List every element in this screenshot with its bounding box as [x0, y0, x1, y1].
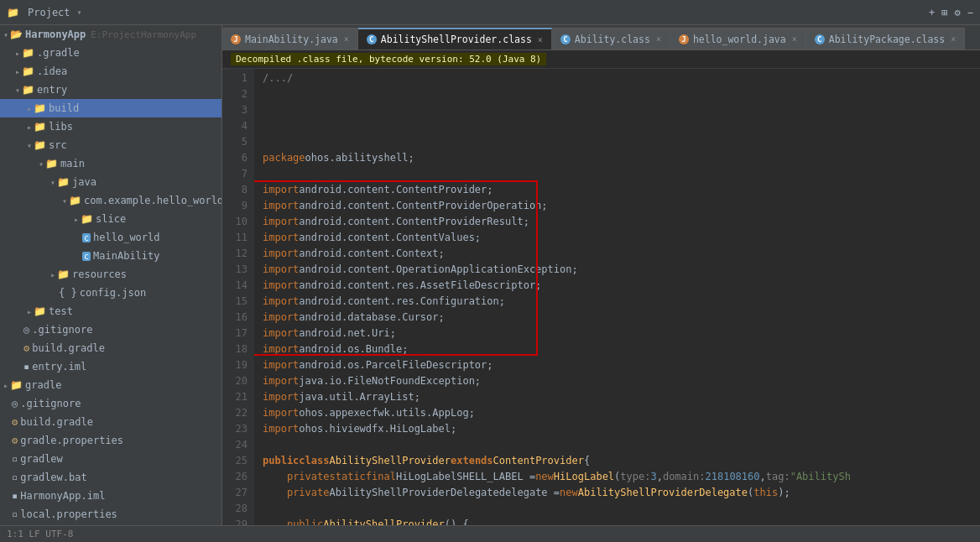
- file-icon: ▫: [12, 472, 18, 483]
- code-line-4: [263, 118, 980, 134]
- arrow-icon: ▾: [39, 159, 44, 169]
- sidebar-label: test: [49, 305, 73, 317]
- tab-close-hello-world-java[interactable]: ×: [792, 34, 797, 44]
- sidebar-item--gradle[interactable]: ▸📁.gradle: [0, 44, 222, 62]
- arrow-harmonyapp: ▾: [3, 30, 8, 39]
- line-number-22: 22: [222, 405, 248, 421]
- tab-close-ability-class[interactable]: ×: [656, 34, 661, 44]
- sidebar-label: gradlew: [20, 453, 63, 465]
- json-icon: { }: [59, 287, 77, 299]
- add-icon[interactable]: +: [929, 7, 935, 18]
- tab-ability-class[interactable]: CAbility.class×: [552, 28, 670, 50]
- sidebar-label: com.example.hello_world: [84, 195, 222, 206]
- code-line-16: import android.database.Cursor;: [263, 310, 980, 326]
- harmonyapp-label: HarmonyApp: [25, 29, 86, 40]
- sidebar-item-main[interactable]: ▾📁main: [0, 154, 222, 173]
- arrow-icon: ▾: [27, 141, 32, 150]
- sidebar-item-build-gradle[interactable]: ⚙build.gradle: [0, 339, 222, 357]
- tab-hello-world-java[interactable]: Jhello_world.java×: [670, 28, 806, 50]
- code-line-17: import android.net.Uri;: [263, 326, 980, 341]
- tab-bar: JMainAbility.java×CAbilityShellProvider.…: [222, 25, 980, 50]
- tab-icon-mainability-java: J: [231, 34, 241, 44]
- dropdown-icon[interactable]: ▾: [77, 8, 82, 17]
- tab-abilitypackage-class[interactable]: CAbilityPackage.class×: [806, 28, 966, 50]
- sidebar-item-local-properties[interactable]: ▫local.properties: [0, 505, 222, 524]
- arrow-icon: ▸: [27, 307, 32, 316]
- sidebar-item-java[interactable]: ▾📁java: [0, 173, 222, 191]
- sidebar-label: entry.iml: [32, 361, 86, 373]
- status-bar: 1:1 LF UTF-8: [0, 525, 980, 542]
- file-icon: ▫: [12, 508, 18, 520]
- project-icon: 📁: [7, 7, 19, 18]
- sidebar-item-build-gradle[interactable]: ⚙build.gradle: [0, 413, 222, 431]
- folder-icon-harmonyapp: 📂: [10, 29, 23, 40]
- sidebar-label: src: [49, 139, 67, 151]
- sidebar-item-HarmonyApp-iml[interactable]: ▪HarmonyApp.iml: [0, 487, 222, 505]
- tab-close-abilitypackage-class[interactable]: ×: [951, 34, 956, 44]
- arrow-icon: ▸: [50, 270, 55, 279]
- sidebar-item-entry-iml[interactable]: ▪entry.iml: [0, 357, 222, 376]
- tab-label-abilityshellprovider-class: AbilityShellProvider.class: [381, 34, 532, 45]
- sidebar-item-test[interactable]: ▸📁test: [0, 302, 222, 321]
- sidebar-item-MainAbility[interactable]: cMainAbility: [0, 247, 222, 265]
- line-number-1: 1: [222, 70, 248, 86]
- sidebar-label: gradlew.bat: [20, 472, 86, 483]
- line-number-15: 15: [222, 294, 248, 310]
- sidebar-item-config-json[interactable]: { }config.json: [0, 284, 222, 302]
- code-line-6: package ohos.abilityshell;: [263, 150, 980, 166]
- project-label[interactable]: Project: [28, 7, 70, 18]
- tab-label-ability-class: Ability.class: [575, 34, 650, 45]
- folder-icon: 📁: [22, 84, 34, 96]
- sidebar-item-hello-world[interactable]: chello_world: [0, 228, 222, 247]
- folder-icon: 📁: [22, 47, 34, 59]
- gradle-icon: ⚙: [12, 435, 18, 446]
- sidebar-item--idea[interactable]: ▸📁.idea: [0, 62, 222, 81]
- code-line-25: public class AbilityShellProvider extend…: [263, 453, 980, 469]
- structure-icon[interactable]: ⊞: [941, 7, 947, 18]
- editor-area: JMainAbility.java×CAbilityShellProvider.…: [222, 25, 980, 525]
- code-line-21: import java.util.ArrayList;: [263, 389, 980, 405]
- folder-icon: 📁: [34, 121, 46, 133]
- code-line-8: import android.content.ContentProvider;: [263, 182, 980, 198]
- sidebar-item-gradle-properties[interactable]: ⚙gradle.properties: [0, 431, 222, 450]
- sidebar-item-gradle[interactable]: ▸📁gradle: [0, 376, 222, 394]
- sidebar-item-src[interactable]: ▾📁src: [0, 136, 222, 154]
- code-line-27: private AbilityShellProviderDelegate del…: [263, 485, 980, 501]
- minimize-icon[interactable]: −: [967, 7, 973, 18]
- sidebar-label: MainAbility: [93, 250, 159, 262]
- editor-content[interactable]: 1234567891011121314151617181920212223242…: [222, 69, 980, 525]
- arrow-icon: ▸: [27, 104, 32, 113]
- line-number-7: 7: [222, 166, 248, 182]
- sidebar-label: build.gradle: [32, 342, 105, 354]
- settings-icon[interactable]: ⚙: [955, 7, 961, 18]
- line-number-23: 23: [222, 421, 248, 437]
- arrow-icon: ▸: [15, 49, 20, 58]
- folder-icon: 📁: [34, 139, 46, 151]
- arrow-icon: ▸: [15, 67, 20, 76]
- sidebar-item-com-example-hello-world[interactable]: ▾📁com.example.hello_world: [0, 191, 222, 210]
- sidebar-item-gradlew[interactable]: ▫gradlew: [0, 450, 222, 468]
- sidebar-item-gradlew-bat[interactable]: ▫gradlew.bat: [0, 468, 222, 487]
- sidebar-item-slice[interactable]: ▸📁slice: [0, 210, 222, 228]
- code-line-2: [263, 86, 980, 102]
- tab-close-mainability-java[interactable]: ×: [344, 34, 349, 44]
- sidebar-label: config.json: [80, 287, 146, 299]
- sidebar-label: .gitignore: [32, 324, 92, 336]
- sidebar-item-build[interactable]: ▸📁build: [0, 99, 222, 117]
- sidebar-item--gitignore[interactable]: ◎.gitignore: [0, 394, 222, 413]
- tab-close-abilityshellprovider-class[interactable]: ×: [538, 35, 543, 44]
- sidebar-item--gitignore[interactable]: ◎.gitignore: [0, 321, 222, 339]
- sidebar-item-resources[interactable]: ▸📁resources: [0, 265, 222, 284]
- code-area[interactable]: /.../ package ohos.abilityshell; import …: [254, 69, 980, 525]
- sidebar-item-libs[interactable]: ▸📁libs: [0, 117, 222, 136]
- sidebar-item-harmonyapp[interactable]: ▾📂HarmonyAppE:ProjectHarmonyApp: [0, 25, 222, 44]
- sidebar-label: main: [60, 158, 85, 169]
- arrow-icon: ▾: [50, 178, 55, 187]
- code-line-14: import android.content.res.AssetFileDesc…: [263, 278, 980, 294]
- harmonyapp-path: E:ProjectHarmonyApp: [91, 29, 196, 40]
- tab-abilityshellprovider-class[interactable]: CAbilityShellProvider.class×: [358, 28, 552, 50]
- code-line-7: [263, 166, 980, 182]
- sidebar-label: java: [72, 176, 96, 188]
- sidebar-item-entry[interactable]: ▾📁entry: [0, 81, 222, 99]
- tab-mainability-java[interactable]: JMainAbility.java×: [222, 28, 358, 50]
